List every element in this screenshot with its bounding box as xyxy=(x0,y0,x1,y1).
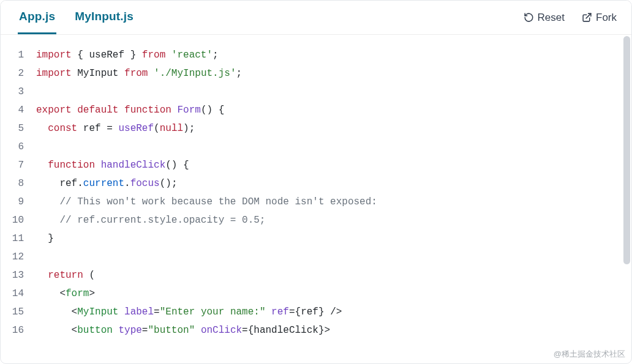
line-content[interactable]: const ref = useRef(null); xyxy=(36,119,631,138)
line-number: 16 xyxy=(1,321,36,340)
line-number: 14 xyxy=(1,284,36,303)
line-number: 1 xyxy=(1,46,36,64)
code-line[interactable]: 2import MyInput from './MyInput.js'; xyxy=(1,64,631,83)
tab-myinput-js[interactable]: MyInput.js xyxy=(73,1,135,34)
code-line[interactable]: 12 xyxy=(1,248,631,266)
tab-label: MyInput.js xyxy=(75,10,134,23)
tab-bar: App.js MyInput.js Reset Fork xyxy=(1,1,631,35)
code-line[interactable]: 1import { useRef } from 'react'; xyxy=(1,46,631,64)
code-line[interactable]: 11 } xyxy=(1,229,631,248)
code-line[interactable]: 7 function handleClick() { xyxy=(1,156,631,174)
line-number: 11 xyxy=(1,229,36,248)
code-line[interactable]: 3 xyxy=(1,83,631,101)
code-line[interactable]: 6 xyxy=(1,138,631,156)
line-number: 9 xyxy=(1,193,36,211)
scrollbar-thumb[interactable] xyxy=(623,36,630,264)
line-content[interactable]: import MyInput from './MyInput.js'; xyxy=(36,64,631,83)
line-number: 13 xyxy=(1,266,36,284)
code-line[interactable]: 16 <button type="button" onClick={handle… xyxy=(1,321,631,340)
line-content[interactable]: // ref.current.style.opacity = 0.5; xyxy=(36,211,631,229)
code-line[interactable]: 10 // ref.current.style.opacity = 0.5; xyxy=(1,211,631,229)
line-number: 15 xyxy=(1,303,36,321)
line-number: 3 xyxy=(1,83,36,101)
line-number: 10 xyxy=(1,211,36,229)
line-number: 4 xyxy=(1,101,36,119)
line-number: 8 xyxy=(1,174,36,193)
tab-app-js[interactable]: App.js xyxy=(18,1,56,34)
code-line[interactable]: 4export default function Form() { xyxy=(1,101,631,119)
line-number: 2 xyxy=(1,64,36,83)
svg-line-0 xyxy=(586,13,591,18)
line-content[interactable]: <button type="button" onClick={handleCli… xyxy=(36,321,631,340)
line-number: 6 xyxy=(1,138,36,156)
file-tabs: App.js MyInput.js xyxy=(18,1,135,34)
line-content[interactable]: // This won't work because the DOM node … xyxy=(36,193,631,211)
line-content[interactable]: <form> xyxy=(36,284,631,303)
code-line[interactable]: 9 // This won't work because the DOM nod… xyxy=(1,193,631,211)
code-line[interactable]: 5 const ref = useRef(null); xyxy=(1,119,631,138)
line-content[interactable]: import { useRef } from 'react'; xyxy=(36,46,631,64)
code-line[interactable]: 15 <MyInput label="Enter your name:" ref… xyxy=(1,303,631,321)
line-number: 12 xyxy=(1,248,36,266)
code-line[interactable]: 13 return ( xyxy=(1,266,631,284)
code-line[interactable]: 8 ref.current.focus(); xyxy=(1,174,631,193)
code-content[interactable]: 1import { useRef } from 'react';2import … xyxy=(1,35,631,351)
line-number: 7 xyxy=(1,156,36,174)
line-content[interactable]: function handleClick() { xyxy=(36,156,631,174)
line-content[interactable]: return ( xyxy=(36,266,631,284)
line-number: 5 xyxy=(1,119,36,138)
code-scroll-area[interactable]: 1import { useRef } from 'react';2import … xyxy=(1,35,631,363)
line-content[interactable]: ref.current.focus(); xyxy=(36,174,631,193)
code-line[interactable]: 14 <form> xyxy=(1,284,631,303)
tab-label: App.js xyxy=(19,10,55,23)
editor-toolbar: Reset Fork xyxy=(520,9,620,26)
line-content[interactable]: <MyInput label="Enter your name:" ref={r… xyxy=(36,303,631,321)
scrollbar-track[interactable] xyxy=(623,36,630,362)
line-content[interactable]: } xyxy=(36,229,631,248)
code-editor-panel: App.js MyInput.js Reset Fork 1import { u… xyxy=(0,0,632,364)
fork-label: Fork xyxy=(596,12,617,24)
reset-icon xyxy=(524,12,534,23)
fork-button[interactable]: Fork xyxy=(578,9,620,26)
line-content[interactable]: export default function Form() { xyxy=(36,101,631,119)
reset-label: Reset xyxy=(538,12,565,24)
reset-button[interactable]: Reset xyxy=(520,9,568,26)
external-link-icon xyxy=(582,12,592,23)
